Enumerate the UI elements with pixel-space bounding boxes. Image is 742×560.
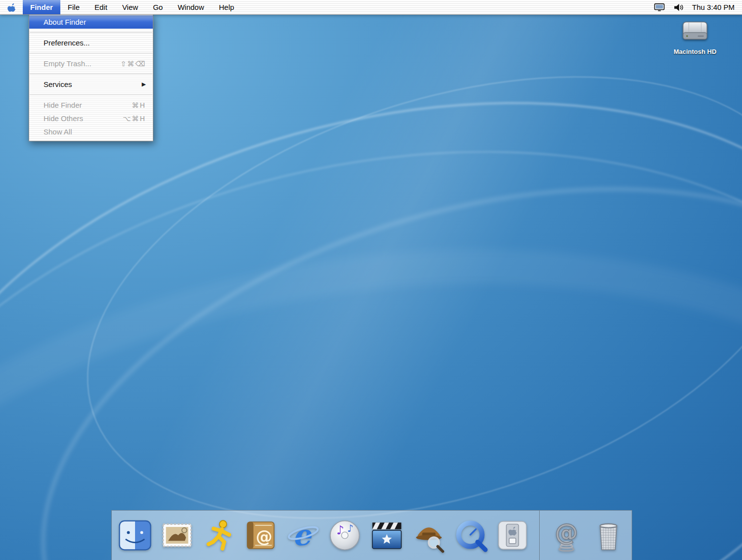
mail-icon	[159, 517, 195, 553]
menu-title-help[interactable]: Help	[212, 0, 242, 14]
menu-item-about-finder[interactable]: About Finder	[29, 15, 153, 29]
menu-title-window[interactable]: Window	[170, 0, 211, 14]
dock-item-address-book[interactable]: @	[243, 515, 279, 556]
dock-item-trash[interactable]	[590, 515, 627, 556]
desktop-screen: Finder File Edit View Go Window Help Thu…	[0, 0, 742, 560]
menu-item-hide-finder: Hide Finder ⌘H	[29, 98, 153, 112]
dock-item-itunes[interactable]: ♪ ♪	[326, 515, 363, 556]
aim-icon	[201, 517, 237, 553]
menu-item-preferences[interactable]: Preferences...	[29, 36, 153, 49]
apple-logo-icon	[7, 2, 15, 12]
menu-item-label: Hide Others	[44, 114, 83, 123]
system-preferences-icon	[495, 517, 530, 553]
menu-separator	[30, 94, 152, 95]
desktop-icon-label: Macintosh HD	[668, 48, 722, 55]
menu-item-label: Services	[44, 80, 72, 88]
finder-icon	[117, 517, 153, 553]
svg-text:@: @	[555, 519, 578, 546]
menu-item-label: Empty Trash...	[44, 59, 92, 68]
menu-item-services[interactable]: Services ▶	[29, 78, 153, 91]
dock-item-internet-explorer[interactable]: e	[284, 515, 321, 556]
dock-item-sherlock[interactable]	[411, 515, 447, 556]
svg-text:♪: ♪	[347, 522, 354, 534]
dock-item-imovie[interactable]	[369, 515, 405, 556]
menu-item-label: Hide Finder	[44, 101, 82, 109]
menu-item-shortcut: ⌘H	[132, 101, 146, 109]
imovie-icon	[369, 517, 405, 553]
menu-item-shortcut: ⇧⌘⌫	[120, 60, 146, 68]
hard-drive-icon	[681, 20, 709, 44]
menu-bar: Finder File Edit View Go Window Help Thu…	[0, 0, 742, 15]
menu-item-label: Show All	[44, 128, 72, 136]
menu-separator	[30, 32, 152, 33]
menu-item-show-all: Show All	[29, 125, 153, 138]
itunes-icon: ♪ ♪	[327, 517, 363, 553]
menu-separator	[30, 74, 152, 74]
menu-title-view[interactable]: View	[115, 0, 145, 14]
apple-menu[interactable]	[0, 0, 23, 14]
desktop-icon-macintosh-hd[interactable]: Macintosh HD	[668, 20, 722, 55]
menu-item-shortcut: ⌥⌘H	[123, 115, 146, 123]
trash-icon	[591, 517, 626, 553]
menu-item-empty-trash: Empty Trash... ⇧⌘⌫	[29, 57, 153, 70]
dock-item-url-shortcut[interactable]: @	[548, 515, 585, 556]
menu-item-label: About Finder	[44, 18, 86, 26]
address-book-icon: @	[243, 517, 278, 553]
menu-title-edit[interactable]: Edit	[87, 0, 115, 14]
menu-item-hide-others: Hide Others ⌥⌘H	[29, 112, 153, 125]
menu-item-label: Preferences...	[44, 39, 90, 47]
menu-bar-status-area: Thu 3:40 PM	[654, 0, 742, 14]
dock-item-mail[interactable]	[159, 515, 195, 556]
wallpaper-swoosh	[0, 94, 742, 560]
sherlock-icon	[411, 517, 447, 553]
submenu-arrow-icon: ▶	[142, 81, 146, 87]
finder-menu-dropdown: About Finder Preferences... Empty Trash.…	[29, 14, 153, 141]
menu-title-finder[interactable]: Finder	[23, 0, 60, 14]
svg-text:@: @	[256, 527, 273, 546]
dock: @ e ♪ ♪	[111, 510, 632, 560]
volume-icon[interactable]	[673, 3, 684, 12]
dock-separator	[539, 511, 540, 560]
menu-bar-clock[interactable]: Thu 3:40 PM	[692, 3, 735, 11]
dock-item-system-preferences[interactable]	[494, 515, 531, 556]
menu-separator	[30, 53, 152, 53]
menu-title-file[interactable]: File	[60, 0, 87, 14]
url-spring-icon: @	[549, 517, 584, 553]
dock-item-quicktime[interactable]	[453, 515, 489, 556]
dock-item-aim[interactable]	[201, 515, 237, 556]
wallpaper-swoosh	[0, 156, 742, 560]
quicktime-icon	[453, 517, 489, 553]
dock-item-finder[interactable]	[117, 515, 153, 556]
internet-explorer-icon: e	[285, 517, 321, 553]
menu-title-go[interactable]: Go	[145, 0, 170, 14]
display-icon[interactable]	[654, 3, 665, 11]
